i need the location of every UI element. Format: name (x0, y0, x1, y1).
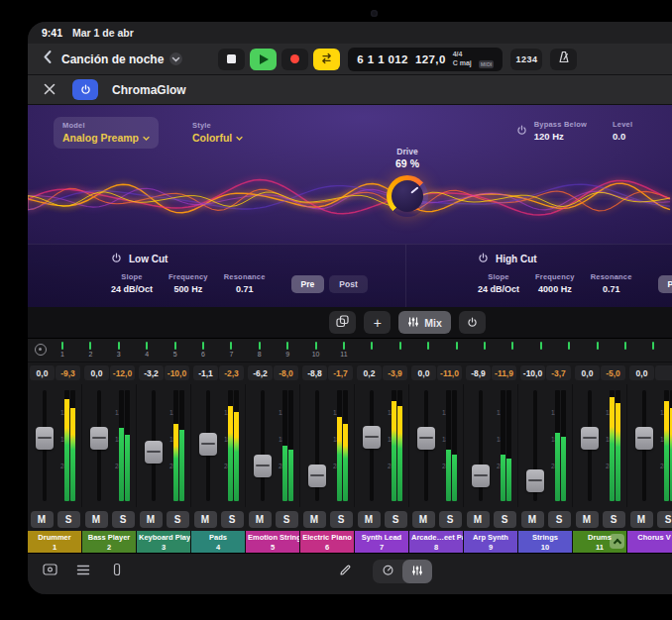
channel-value-displays[interactable]: 0,0-5,0 (573, 365, 627, 384)
high-cut-pre-button[interactable]: Pre (658, 275, 672, 293)
track-label[interactable]: Pads4 (191, 531, 246, 553)
track-label[interactable]: Chorus V (627, 531, 672, 553)
volume-value[interactable]: -8,9 (466, 365, 491, 380)
solo-button[interactable]: S (330, 511, 353, 528)
mute-button[interactable]: M (358, 511, 381, 528)
volume-value[interactable]: -3,2 (139, 365, 164, 380)
back-button[interactable] (36, 48, 59, 71)
low-cut-resonance[interactable]: Resonance 0.71 (224, 272, 266, 294)
collapse-stack-button[interactable] (610, 534, 624, 549)
mute-button[interactable]: M (303, 511, 326, 528)
peak-value[interactable]: -11,0 (437, 365, 462, 380)
peak-value[interactable]: -5,0 (601, 365, 625, 380)
bypass-below-control[interactable]: Bypass Below 120 Hz (516, 117, 587, 142)
channel-value-displays[interactable]: -10,0-3,7 (518, 365, 573, 384)
solo-button[interactable]: S (385, 511, 407, 528)
power-icon[interactable] (478, 253, 489, 265)
track-label[interactable]: Drummer1 (28, 531, 82, 553)
high-cut-slope[interactable]: Slope 24 dB/Oct (478, 272, 519, 294)
peak-value[interactable]: -3,9 (383, 365, 407, 380)
fader-handle[interactable] (90, 427, 108, 450)
channel-value-displays[interactable]: -3,2-10,0 (137, 365, 191, 384)
low-cut-post-button[interactable]: Post (329, 275, 367, 293)
mute-button[interactable]: M (630, 511, 653, 528)
channel-value-displays[interactable]: 0,0-11,0 (409, 365, 464, 384)
mute-button[interactable]: M (194, 511, 217, 528)
mute-button[interactable]: M (249, 511, 272, 528)
peak-value[interactable]: -9,3 (56, 365, 80, 380)
channel-value-displays[interactable]: 0,0 (627, 365, 672, 384)
solo-button[interactable]: S (276, 511, 298, 528)
peak-value[interactable] (655, 365, 672, 380)
fader-handle[interactable] (526, 469, 544, 492)
stop-button[interactable] (218, 49, 245, 70)
channel-value-displays[interactable]: -8,8-1,7 (300, 365, 355, 384)
solo-button[interactable]: S (548, 511, 571, 528)
mix-button[interactable]: Mix (398, 311, 451, 334)
channel-value-displays[interactable]: 0,0-9,3 (28, 365, 82, 384)
mute-button[interactable]: M (140, 511, 163, 528)
power-icon[interactable] (111, 253, 122, 265)
volume-value[interactable]: 0,2 (357, 365, 382, 380)
style-selector[interactable]: Style Colorful (192, 117, 243, 144)
mute-button[interactable]: M (467, 511, 490, 528)
peak-value[interactable]: -11,9 (492, 365, 516, 380)
solo-button[interactable]: S (112, 511, 135, 528)
fader-handle[interactable] (581, 427, 599, 450)
mute-button[interactable]: M (576, 511, 599, 528)
record-button[interactable] (281, 49, 308, 70)
fader-handle[interactable] (472, 465, 490, 487)
track-label[interactable]: Drums11 (573, 531, 627, 553)
add-track-button[interactable]: + (364, 311, 391, 334)
high-cut-resonance[interactable]: Resonance 0.71 (591, 272, 632, 294)
close-plugin-button[interactable] (41, 81, 58, 99)
solo-button[interactable]: S (57, 511, 80, 528)
peak-value[interactable]: -3,7 (546, 365, 571, 380)
low-cut-pre-button[interactable]: Pre (291, 275, 325, 293)
volume-value[interactable]: 0,0 (84, 365, 109, 380)
volume-value[interactable]: -8,8 (302, 365, 327, 380)
pan-knob-icon[interactable] (35, 344, 47, 356)
metronome-button[interactable] (550, 49, 577, 70)
peak-value[interactable]: -10,0 (165, 365, 189, 380)
high-cut-frequency[interactable]: Frequency 4000 Hz (535, 272, 575, 294)
fader-handle[interactable] (417, 427, 435, 450)
track-label[interactable]: Synth Lead7 (355, 531, 409, 553)
volume-value[interactable]: 0,0 (629, 365, 654, 380)
volume-value[interactable]: -10,0 (520, 365, 545, 380)
fader-handle[interactable] (254, 455, 272, 477)
mute-button[interactable]: M (85, 511, 108, 528)
fader-handle[interactable] (199, 433, 217, 456)
track-label[interactable]: Emotion Strings5 (246, 531, 300, 553)
track-label[interactable]: Arcade…eet Pad8 (409, 531, 464, 553)
play-button[interactable] (250, 49, 277, 70)
channel-modules-button[interactable] (38, 560, 61, 583)
mixer-power-button[interactable] (459, 311, 486, 334)
peak-value[interactable]: -2,3 (219, 365, 244, 380)
song-title-menu[interactable]: Canción de noche (61, 52, 182, 66)
mute-button[interactable]: M (521, 511, 544, 528)
duplicate-button[interactable] (329, 311, 356, 334)
channel-value-displays[interactable]: 0,0-12,0 (82, 365, 137, 384)
solo-button[interactable]: S (494, 511, 516, 528)
channel-value-displays[interactable]: -6,2-8,0 (246, 365, 300, 384)
solo-button[interactable]: S (221, 511, 244, 528)
track-label[interactable]: Keyboard Player3 (137, 531, 191, 553)
channel-value-displays[interactable]: 0,2-3,9 (355, 365, 409, 384)
solo-button[interactable]: S (439, 511, 462, 528)
volume-value[interactable]: 0,0 (575, 365, 600, 380)
smart-controls-button[interactable] (373, 560, 402, 583)
track-label[interactable]: Bass Player2 (82, 531, 137, 553)
plugin-power-button[interactable] (72, 79, 98, 100)
solo-button[interactable]: S (657, 511, 672, 528)
low-cut-slope[interactable]: Slope 24 dB/Oct (111, 272, 153, 294)
level-control[interactable]: Level 0.0 (613, 117, 672, 142)
channel-value-displays[interactable]: -1,1-2,3 (191, 365, 246, 384)
bar-ruler[interactable]: 1234567891011 (28, 339, 672, 362)
solo-button[interactable]: S (603, 511, 625, 528)
volume-value[interactable]: 0,0 (411, 365, 436, 380)
narrow-strip-button[interactable] (105, 560, 129, 583)
track-label[interactable]: Strings10 (518, 531, 573, 553)
count-in-button[interactable]: 1234 (510, 49, 542, 70)
track-label[interactable]: Electric Piano6 (300, 531, 355, 553)
